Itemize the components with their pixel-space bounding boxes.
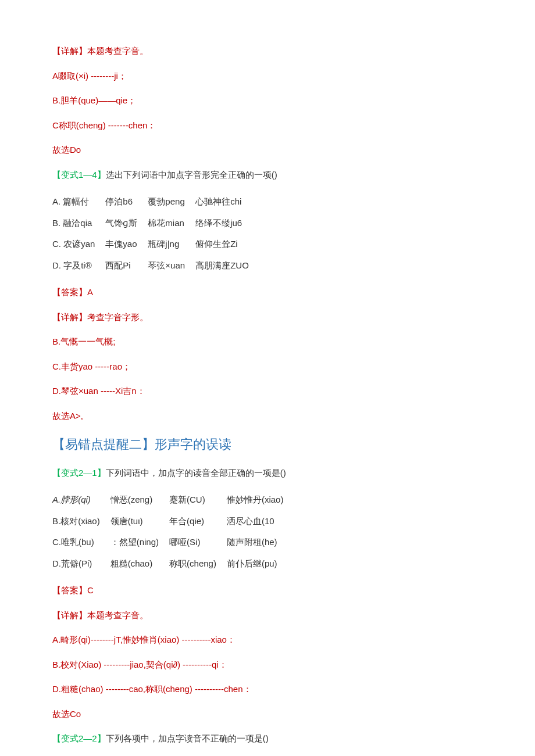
detail-3: 【详解】本题考查字音。 (52, 607, 483, 624)
exp-d: D.琴弦×uan -----Xi吉n： (52, 383, 483, 400)
exp-c: C.丰货yao -----rao； (52, 359, 483, 375)
choose-3: 故选Co (52, 706, 483, 723)
cell: 瓶碑j|ng (148, 234, 195, 255)
exp2-a: A.畸形(qi)--------jT,惟妙惟肖(xiao) ----------… (52, 632, 483, 648)
answer-label: 【答案】 (52, 585, 87, 595)
detail-text: 本题考查字音。 (87, 46, 148, 56)
cell: 憎恶(zeng) (110, 489, 169, 511)
table-row: D.荒僻(Pi) 粗糙(chao) 称职(cheng) 前仆后继(pu) (52, 553, 294, 575)
choose-2: 故选A>, (52, 408, 483, 425)
cell: 停泊b6 (105, 191, 148, 213)
choose-1: 故选Do (52, 142, 483, 159)
table-row: B. 融洽qia 气馋ɡ斯 棉花mian 络绎不缕ju6 (52, 213, 259, 234)
variant-label: 【变式2—1】 (52, 468, 106, 478)
cell: 棉花mian (148, 213, 195, 234)
detail-label: 【详解】 (52, 312, 87, 322)
table-row: A. 篇幅付 停泊b6 覆勃peng 心驰神往chi (52, 191, 259, 213)
table-row: D. 字及ti® 西配Pi 琴弦×uan 高朋满座ZUO (52, 255, 259, 277)
cell: D.荒僻(Pi) (52, 553, 110, 575)
cell: 心驰神往chi (195, 191, 259, 213)
detail-text: 本题考查字音。 (87, 610, 148, 620)
cell: 蹇新(CU) (169, 489, 227, 511)
cell: 惟妙惟丹(xiao) (227, 489, 294, 511)
exp-line-b: B.胆羊(que)——qie； (52, 92, 483, 109)
table-row: C. 农谚yan 丰傀yao 瓶碑j|ng 俯仰生耸Zi (52, 234, 259, 255)
detail-label: 【详解】 (52, 610, 87, 620)
detail-2: 【详解】考查字音字形。 (52, 309, 483, 326)
cell: A.脖形(qi) (52, 489, 110, 511)
answer-label: 【答案】 (52, 287, 87, 297)
exp2-b: B.校对(Xiao) ---------jiao,契合(qi∂) -------… (52, 657, 483, 673)
cell: 哪哑(Si) (169, 532, 227, 553)
cell: 西配Pi (105, 255, 148, 277)
exp-line-a: A啜取(×i) --------ji； (52, 68, 483, 85)
cell: 前仆后继(pu) (227, 553, 294, 575)
table-row: B.核对(xiao) 领唐(tuι) 年合(qie) 洒尽心血(10 (52, 511, 294, 532)
cell: A. 篇幅付 (52, 191, 105, 213)
cell: 琴弦×uan (148, 255, 195, 277)
cell: ：然望(ning) (110, 532, 169, 553)
detail-label: 【详解】 (52, 46, 87, 56)
answer-2: 【答案】C (52, 582, 483, 599)
exp-line-c: C称职(cheng) -------chen： (52, 117, 483, 134)
answer-1: 【答案】A (52, 284, 483, 301)
cell: 覆勃peng (148, 191, 195, 213)
cell: 俯仰生耸Zi (195, 234, 259, 255)
variant-2-2: 【变式2—2】下列各项中，加点字读音不正确的一项是() (52, 730, 483, 747)
cell: 粗糙(chao) (110, 553, 169, 575)
answer-val: C (87, 585, 94, 595)
cell: 年合(qie) (169, 511, 227, 532)
exp-b: B.气慨一一气概; (52, 334, 483, 350)
cell: 称职(cheng) (169, 553, 227, 575)
heading-error-2: 【易错点提醒二】形声字的误读 (52, 432, 483, 457)
variant-text: 下列各项中，加点字读音不正确的一项是() (106, 733, 269, 743)
variant-1-4: 【变式1—4】选出下列词语中加点字音形完全正确的一项() (52, 167, 483, 184)
cell: 络绎不缕ju6 (195, 213, 259, 234)
cell: B.核对(xiao) (52, 511, 110, 532)
detail-1: 【详解】本题考查字音。 (52, 43, 483, 60)
cell: C.唯乳(bu) (52, 532, 110, 553)
cell: D. 字及ti® (52, 255, 105, 277)
variant-label: 【变式1—4】 (52, 170, 106, 180)
cell: 气馋ɡ斯 (105, 213, 148, 234)
table-row: C.唯乳(bu) ：然望(ning) 哪哑(Si) 随声附租(he) (52, 532, 294, 553)
variant-text: 选出下列词语中加点字音形完全正确的一项() (106, 170, 277, 180)
variant-text: 下列词语中，加点字的读音全部正确的一项是() (106, 468, 286, 478)
table-row: A.脖形(qi) 憎恶(zeng) 蹇新(CU) 惟妙惟丹(xiao) (52, 489, 294, 511)
cell: 丰傀yao (105, 234, 148, 255)
cell: 高朋满座ZUO (195, 255, 259, 277)
options-table-1: A. 篇幅付 停泊b6 覆勃peng 心驰神往chi B. 融洽qia 气馋ɡ斯… (52, 191, 259, 276)
cell: 随声附租(he) (227, 532, 294, 553)
detail-text: 考查字音字形。 (87, 312, 148, 322)
cell: 领唐(tuι) (110, 511, 169, 532)
answer-val: A (87, 287, 93, 297)
cell: 洒尽心血(10 (227, 511, 294, 532)
exp2-d: D.粗糙(chao) --------cao,称职(cheng) -------… (52, 681, 483, 698)
cell: C. 农谚yan (52, 234, 105, 255)
cell: B. 融洽qia (52, 213, 105, 234)
options-table-2: A.脖形(qi) 憎恶(zeng) 蹇新(CU) 惟妙惟丹(xiao) B.核对… (52, 489, 294, 574)
variant-label: 【变式2—2】 (52, 733, 106, 743)
variant-2-1: 【变式2—1】下列词语中，加点字的读音全部正确的一项是() (52, 465, 483, 482)
